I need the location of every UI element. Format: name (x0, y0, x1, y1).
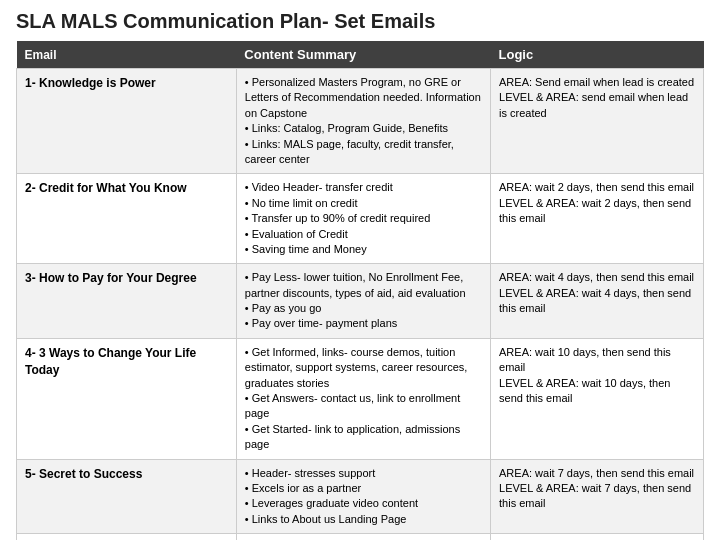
content-cell: • Personalized Masters Program, no GRE o… (236, 69, 490, 174)
content-cell: • Header- stresses support• Excels ior a… (236, 459, 490, 534)
header-email: Email (17, 41, 237, 69)
logic-cell: AREA: Send email when lead is createdLEV… (491, 69, 704, 174)
table-row: 3- How to Pay for Your Degree• Pay Less-… (17, 264, 704, 339)
content-cell: • Video Header- transfer credit• No time… (236, 174, 490, 264)
email-cell: 4- 3 Ways to Change Your Life Today (17, 338, 237, 459)
table-row: 2- Credit for What You Know• Video Heade… (17, 174, 704, 264)
content-cell: • Pay Less- lower tuition, No Enrollment… (236, 264, 490, 339)
email-cell: 1- Knowledge is Power (17, 69, 237, 174)
header-logic: Logic (491, 41, 704, 69)
email-cell: 6- Graduate Story (17, 534, 237, 540)
table-row: 6- Graduate Story• Grad Story- Kathryn E… (17, 534, 704, 540)
page-title: SLA MALS Communication Plan- Set Emails (16, 10, 704, 33)
table-row: 1- Knowledge is Power• Personalized Mast… (17, 69, 704, 174)
email-cell: 5- Secret to Success (17, 459, 237, 534)
table-row: 4- 3 Ways to Change Your Life Today• Get… (17, 338, 704, 459)
email-cell: 3- How to Pay for Your Degree (17, 264, 237, 339)
logic-cell: AREA: wait 2 days, then send this emailL… (491, 174, 704, 264)
email-cell: 2- Credit for What You Know (17, 174, 237, 264)
communication-plan-table: Email Content Summary Logic 1- Knowledge… (16, 41, 704, 540)
content-cell: • Get Informed, links- course demos, tui… (236, 338, 490, 459)
content-cell: • Grad Story- Kathryn Elder, MALS, embed… (236, 534, 490, 540)
logic-cell: AREA: wait 10 days, then send this email… (491, 338, 704, 459)
logic-cell: AREA: wait 7 days, then send this emailL… (491, 534, 704, 540)
logic-cell: AREA: wait 4 days, then send this emailL… (491, 264, 704, 339)
logic-cell: AREA: wait 7 days, then send this emailL… (491, 459, 704, 534)
table-row: 5- Secret to Success• Header- stresses s… (17, 459, 704, 534)
header-content: Content Summary (236, 41, 490, 69)
